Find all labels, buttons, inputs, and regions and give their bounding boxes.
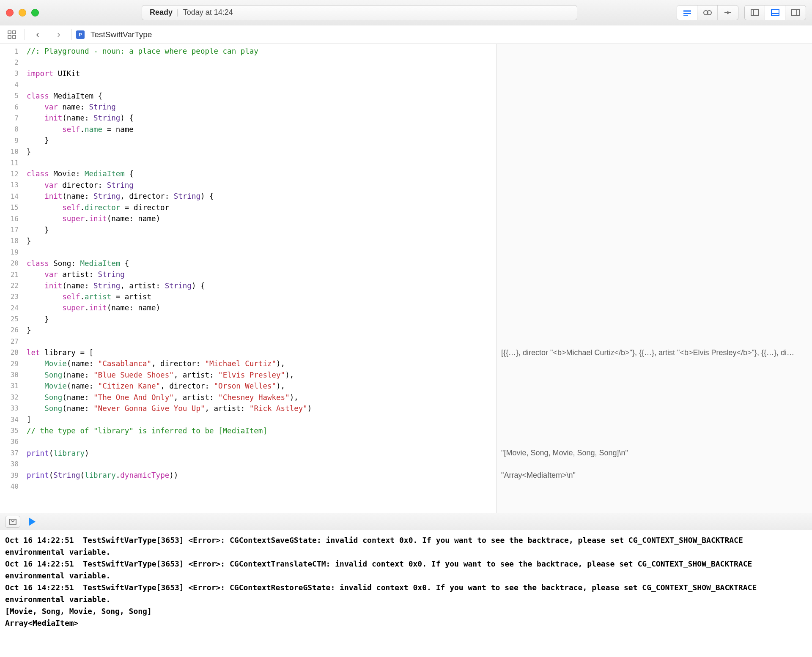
code-line[interactable]: class Song: MediaItem {	[27, 258, 497, 269]
code-line[interactable]: Song(name: "Blue Suede Shoes", artist: "…	[27, 370, 497, 381]
code-area[interactable]: //: Playground - noun: a place where peo…	[23, 44, 497, 513]
code-line[interactable]: Movie(name: "Casablanca", director: "Mic…	[27, 358, 497, 369]
result-line[interactable]	[501, 280, 808, 291]
code-line[interactable]: ]	[27, 414, 497, 425]
result-line[interactable]	[501, 124, 808, 135]
result-line[interactable]	[501, 436, 808, 447]
code-line[interactable]: var director: String	[27, 180, 497, 191]
toggle-utilities-button[interactable]	[785, 5, 806, 20]
code-line[interactable]: }	[27, 146, 497, 157]
results-sidebar[interactable]: [{{…}, director "<b>Michael Curtiz</b>"}…	[497, 44, 812, 513]
result-line[interactable]	[501, 191, 808, 202]
result-line[interactable]	[501, 391, 808, 402]
code-line[interactable]	[27, 246, 497, 257]
result-line[interactable]	[501, 358, 808, 369]
code-line[interactable]	[27, 481, 497, 492]
code-line[interactable]: var name: String	[27, 101, 497, 112]
code-line[interactable]: self.director = director	[27, 202, 497, 213]
result-line[interactable]	[501, 157, 808, 168]
code-line[interactable]	[27, 459, 497, 470]
code-line[interactable]: class MediaItem {	[27, 90, 497, 101]
result-line[interactable]	[501, 381, 808, 391]
code-line[interactable]: //: Playground - noun: a place where peo…	[27, 46, 497, 57]
assistant-editor-button[interactable]	[697, 5, 718, 20]
result-line[interactable]	[501, 313, 808, 324]
result-line[interactable]	[501, 425, 808, 436]
code-line[interactable]: let library = [	[27, 347, 497, 358]
code-line[interactable]: self.name = name	[27, 124, 497, 135]
result-line[interactable]	[501, 224, 808, 235]
result-line[interactable]: "Array<MediaItem>\n"	[501, 470, 808, 481]
code-line[interactable]: init(name: String, artist: String) {	[27, 280, 497, 291]
result-line[interactable]	[501, 246, 808, 257]
result-line[interactable]	[501, 291, 808, 302]
result-line[interactable]	[501, 79, 808, 90]
result-line[interactable]	[501, 257, 808, 268]
result-line[interactable]	[501, 135, 808, 146]
result-line[interactable]	[501, 235, 808, 246]
standard-editor-button[interactable]	[677, 5, 697, 20]
code-line[interactable]	[27, 79, 497, 90]
code-line[interactable]: }	[27, 325, 497, 336]
code-line[interactable]: }	[27, 314, 497, 325]
result-line[interactable]	[501, 269, 808, 280]
code-line[interactable]: print(String(library.dynamicType))	[27, 470, 497, 481]
result-line[interactable]	[501, 403, 808, 414]
activity-viewer[interactable]: Ready | Today at 14:24	[142, 5, 577, 20]
code-line[interactable]: // the type of "library" is inferred to …	[27, 425, 497, 436]
version-editor-button[interactable]	[718, 5, 738, 20]
result-line[interactable]	[501, 180, 808, 191]
result-line[interactable]	[501, 168, 808, 179]
result-line[interactable]	[501, 414, 808, 425]
result-line[interactable]	[501, 325, 808, 336]
code-line[interactable]: Movie(name: "Citizen Kane", director: "O…	[27, 381, 497, 391]
result-line[interactable]	[501, 90, 808, 101]
result-line[interactable]	[501, 458, 808, 469]
code-line[interactable]: Song(name: "Never Gonna Give You Up", ar…	[27, 403, 497, 414]
code-line[interactable]	[27, 436, 497, 447]
zoom-window-button[interactable]	[31, 9, 39, 16]
toggle-console-button[interactable]	[5, 516, 20, 528]
history-back-button[interactable]: ‹	[29, 28, 46, 41]
related-items-button[interactable]	[3, 28, 20, 41]
result-line[interactable]	[501, 336, 808, 347]
code-line[interactable]	[27, 157, 497, 168]
toggle-debug-area-button[interactable]	[765, 5, 785, 20]
code-line[interactable]: class Movie: MediaItem {	[27, 168, 497, 179]
result-line[interactable]	[501, 302, 808, 313]
console-output[interactable]: Oct 16 14:22:51 TestSwiftVarType[3653] <…	[0, 530, 812, 657]
code-line[interactable]	[27, 336, 497, 347]
code-line[interactable]: import UIKit	[27, 68, 497, 79]
result-line[interactable]	[501, 369, 808, 380]
history-forward-button[interactable]: ›	[50, 28, 67, 41]
result-line[interactable]	[501, 112, 808, 123]
result-line[interactable]	[501, 213, 808, 224]
code-line[interactable]: }	[27, 224, 497, 235]
result-line[interactable]: "[Movie, Song, Movie, Song, Song]\n"	[501, 447, 808, 458]
code-line[interactable]	[27, 57, 497, 68]
result-line[interactable]: [{{…}, director "<b>Michael Curtiz</b>"}…	[501, 347, 808, 358]
code-line[interactable]: init(name: String) {	[27, 112, 497, 123]
result-line[interactable]	[501, 68, 808, 79]
code-line[interactable]: super.init(name: name)	[27, 302, 497, 313]
result-line[interactable]	[501, 57, 808, 68]
code-line[interactable]: init(name: String, director: String) {	[27, 191, 497, 202]
code-line[interactable]: super.init(name: name)	[27, 213, 497, 224]
code-line[interactable]: Song(name: "The One And Only", artist: "…	[27, 392, 497, 403]
file-path-item[interactable]: TestSwiftVarType	[91, 30, 152, 39]
result-line[interactable]	[501, 481, 808, 492]
code-line[interactable]: var artist: String	[27, 269, 497, 280]
code-line[interactable]: }	[27, 235, 497, 246]
code-line[interactable]: self.artist = artist	[27, 291, 497, 302]
toggle-navigator-button[interactable]	[745, 5, 765, 20]
result-line[interactable]	[501, 46, 808, 57]
source-editor[interactable]: 1234567891011121314151617181920212223242…	[0, 44, 497, 513]
code-line[interactable]: print(library)	[27, 448, 497, 459]
code-line[interactable]: }	[27, 135, 497, 146]
minimize-window-button[interactable]	[19, 9, 26, 16]
result-line[interactable]	[501, 202, 808, 213]
result-line[interactable]	[501, 101, 808, 112]
result-line[interactable]	[501, 146, 808, 157]
close-window-button[interactable]	[6, 9, 14, 16]
run-playground-button[interactable]	[29, 517, 36, 526]
